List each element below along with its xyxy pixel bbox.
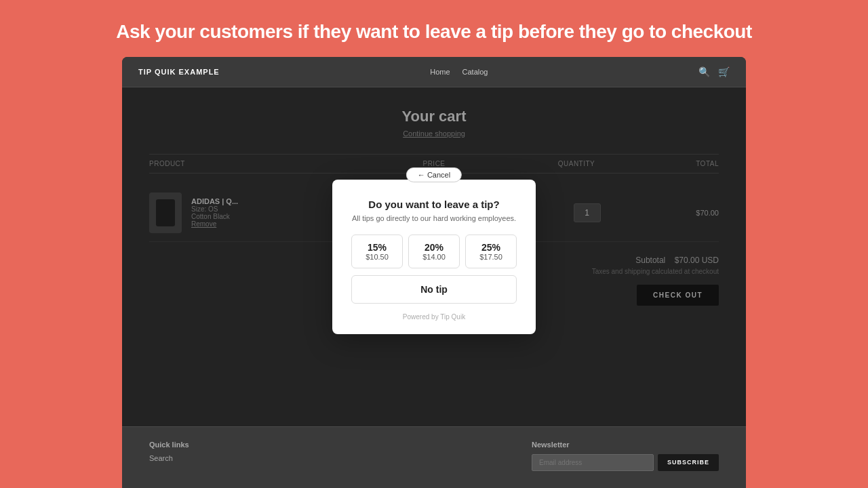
quick-links-title: Quick links bbox=[149, 441, 189, 449]
cart-page: Your cart Continue shopping PRODUCT PRIC… bbox=[122, 87, 746, 426]
tip-amount-25: $17.50 bbox=[471, 253, 511, 261]
page-headline: Ask your customers if they want to leave… bbox=[0, 0, 868, 57]
nav-link-home[interactable]: Home bbox=[430, 68, 450, 76]
tip-amount-20: $14.00 bbox=[414, 253, 454, 261]
modal-title: Do you want to leave a tip? bbox=[351, 199, 517, 210]
subscribe-button[interactable]: SUBSCRIBE bbox=[658, 454, 719, 471]
store-copyright: © 2020, Tip Quik Example Powered by Shop… bbox=[122, 485, 746, 488]
tip-option-20[interactable]: 20% $14.00 bbox=[408, 235, 460, 268]
no-tip-button[interactable]: No tip bbox=[351, 275, 517, 304]
tip-amount-15: $10.50 bbox=[357, 253, 397, 261]
tip-modal: ← Cancel Do you want to leave a tip? All… bbox=[332, 180, 536, 334]
footer-search-link[interactable]: Search bbox=[149, 454, 189, 462]
cart-icon[interactable]: 🛒 bbox=[718, 66, 730, 77]
tip-percent-15: 15% bbox=[357, 242, 397, 253]
tip-option-15[interactable]: 15% $10.50 bbox=[351, 235, 403, 268]
tip-percent-25: 25% bbox=[471, 242, 511, 253]
modal-subtitle: All tips go directly to our hard working… bbox=[351, 214, 517, 222]
footer-quick-links: Quick links Search bbox=[149, 441, 189, 462]
tip-option-25[interactable]: 25% $17.50 bbox=[465, 235, 517, 268]
cancel-button[interactable]: ← Cancel bbox=[406, 167, 462, 182]
store-nav-links: Home Catalog bbox=[430, 68, 488, 76]
powered-by: Powered by Tip Quik bbox=[351, 313, 517, 321]
newsletter-row: SUBSCRIBE bbox=[532, 454, 719, 471]
store-logo: TIP QUIK EXAMPLE bbox=[138, 68, 220, 76]
search-icon[interactable]: 🔍 bbox=[698, 66, 710, 77]
newsletter-col: Newsletter SUBSCRIBE bbox=[532, 441, 719, 471]
tip-options: 15% $10.50 20% $14.00 25% $17.50 bbox=[351, 235, 517, 268]
browser-window: TIP QUIK EXAMPLE Home Catalog 🔍 🛒 Your c… bbox=[122, 57, 746, 488]
store-footer: Quick links Search Newsletter SUBSCRIBE bbox=[122, 426, 746, 485]
store-nav: TIP QUIK EXAMPLE Home Catalog 🔍 🛒 bbox=[122, 57, 746, 87]
newsletter-title: Newsletter bbox=[532, 441, 719, 449]
modal-overlay: ← Cancel Do you want to leave a tip? All… bbox=[122, 87, 746, 426]
nav-link-catalog[interactable]: Catalog bbox=[462, 68, 488, 76]
store-nav-icons: 🔍 🛒 bbox=[698, 66, 730, 77]
tip-percent-20: 20% bbox=[414, 242, 454, 253]
email-input[interactable] bbox=[532, 454, 654, 471]
